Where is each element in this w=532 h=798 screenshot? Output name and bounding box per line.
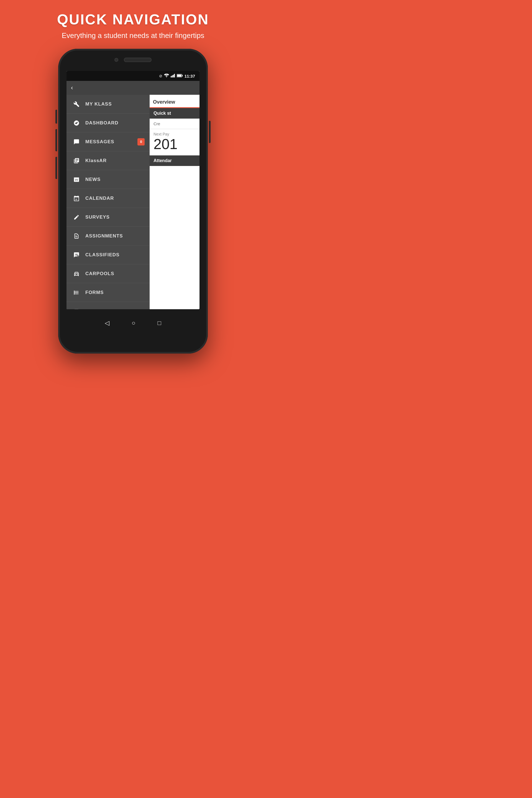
messages-badge: 0: [137, 138, 145, 146]
status-bar: ⊘: [66, 71, 200, 81]
forms-icon: [72, 289, 81, 296]
sidebar-item-my-klass[interactable]: MY KLASS: [66, 95, 150, 114]
signal-icon: [171, 74, 175, 78]
sidebar-item-messages[interactable]: MESSAGES 0: [66, 132, 150, 151]
sidebar-item-forms[interactable]: FORMS: [66, 283, 150, 302]
mute-button: [55, 110, 57, 124]
assignments-label: ASSIGNMENTS: [86, 233, 145, 239]
surveys-icon: [72, 214, 81, 220]
android-back-button[interactable]: ◁: [105, 320, 110, 327]
quick-stats-header: Quick st: [150, 108, 200, 119]
android-recent-button[interactable]: □: [158, 320, 161, 327]
no-sim-icon: ⊘: [159, 74, 163, 78]
klassar-icon: [72, 158, 81, 164]
sidebar-item-calendar[interactable]: 10 CALENDAR: [66, 189, 150, 208]
galleries-icon: [72, 308, 81, 309]
surveys-label: SURVEYS: [86, 214, 145, 220]
svg-rect-5: [182, 75, 183, 76]
calendar-label: CALENDAR: [86, 196, 145, 201]
phone-screen: ⊘: [66, 71, 200, 309]
credit-section: Cre: [150, 119, 200, 129]
svg-text:10: 10: [75, 198, 77, 200]
svg-rect-1: [172, 75, 173, 77]
sidebar-item-surveys[interactable]: SURVEYS: [66, 208, 150, 227]
dashboard-icon: [72, 120, 81, 126]
speaker-grille: [124, 58, 152, 62]
attendance-content: [150, 166, 200, 309]
wifi-icon: [164, 74, 169, 78]
next-pay-label: Next Pay: [153, 132, 196, 136]
volume-down-button: [55, 157, 57, 179]
front-camera: [114, 58, 118, 62]
svg-rect-2: [173, 75, 174, 78]
sidebar-item-galleries[interactable]: GALLERIES: [66, 302, 150, 309]
power-button: [209, 121, 211, 143]
classifieds-label: CLASSIFIEDS: [86, 252, 145, 258]
phone-top-decoration: [58, 49, 208, 71]
volume-up-button: [55, 129, 57, 151]
page-title: QUICK NAVIGATION: [57, 11, 209, 28]
classifieds-icon: [72, 252, 81, 258]
news-icon: [72, 176, 81, 183]
right-panel: Overview Quick st Cre Next Pay 201 Atten…: [150, 95, 200, 309]
messages-label: MESSAGES: [86, 139, 137, 145]
status-time: 11:37: [185, 74, 195, 78]
sidebar-item-klassar[interactable]: KlassAR: [66, 151, 150, 170]
android-home-button[interactable]: ○: [132, 320, 135, 327]
page-header: QUICK NAVIGATION Everything a student ne…: [52, 0, 215, 49]
sidebar-item-news[interactable]: NEWS: [66, 170, 150, 189]
svg-rect-0: [171, 76, 172, 77]
app-topbar: ‹: [66, 81, 200, 95]
android-nav-bar: ◁ ○ □: [58, 309, 208, 337]
main-split: MY KLASS DASHBOARD: [66, 95, 200, 309]
overview-tab-label: Overview: [153, 99, 175, 107]
sidebar-item-assignments[interactable]: ASSIGNMENTS: [66, 227, 150, 246]
sidebar-item-classifieds[interactable]: CLASSIFIEDS: [66, 246, 150, 264]
page-subtitle: Everything a student needs at their fing…: [57, 31, 209, 40]
svg-rect-6: [177, 75, 181, 77]
wrench-icon: [72, 101, 81, 107]
messages-icon: [72, 139, 81, 145]
app-content: ‹ MY KLASS: [66, 81, 200, 309]
sidebar-item-dashboard[interactable]: DASHBOARD: [66, 114, 150, 132]
dashboard-label: DASHBOARD: [86, 120, 145, 126]
svg-rect-3: [174, 74, 175, 77]
next-pay-value: 201: [153, 136, 196, 152]
klassar-label: KlassAR: [86, 158, 145, 164]
svg-point-11: [77, 274, 78, 275]
battery-icon: [177, 74, 183, 78]
sidebar-item-carpools[interactable]: CARPOOLS: [66, 264, 150, 283]
back-button[interactable]: ‹: [71, 84, 73, 92]
car-icon: [72, 271, 81, 277]
my-klass-label: MY KLASS: [86, 101, 145, 107]
status-icons: ⊘: [159, 74, 195, 78]
svg-point-10: [75, 274, 76, 275]
overview-tab[interactable]: Overview: [150, 95, 200, 108]
phone-mockup: ⊘: [58, 49, 208, 354]
forms-label: FORMS: [86, 290, 145, 296]
calendar-icon: 10: [72, 195, 81, 202]
sidebar-nav: MY KLASS DASHBOARD: [66, 95, 150, 309]
attendance-section: Attendar: [150, 155, 200, 166]
assignments-icon: [72, 233, 81, 239]
news-label: NEWS: [86, 177, 145, 182]
carpools-label: CARPOOLS: [86, 271, 145, 277]
next-pay-section: Next Pay 201: [150, 129, 200, 155]
svg-point-7: [76, 122, 77, 124]
